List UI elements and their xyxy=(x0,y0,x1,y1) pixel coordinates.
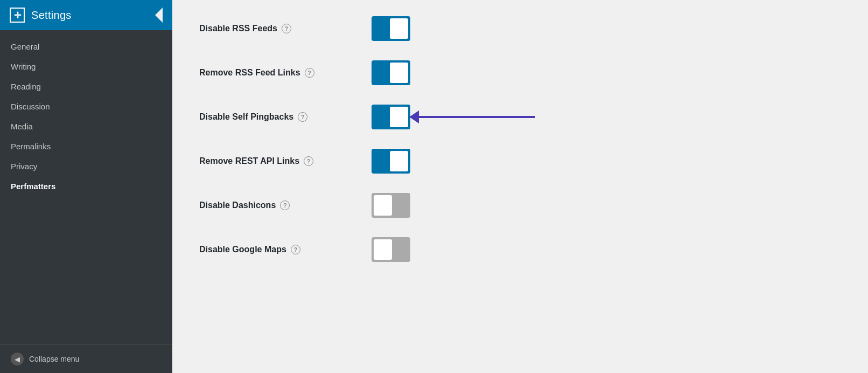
sidebar-item-writing[interactable]: Writing xyxy=(0,57,172,77)
label-text-disable-google-maps: Disable Google Maps xyxy=(199,245,286,254)
settings-icon: ✛ xyxy=(10,8,25,23)
sidebar-item-permalinks[interactable]: Permalinks xyxy=(0,136,172,156)
collapse-menu-button[interactable]: ◀ Collapse menu xyxy=(0,344,172,373)
sidebar-item-media[interactable]: Media xyxy=(0,116,172,136)
toggle-remove-rss-feed-links[interactable] xyxy=(372,60,410,85)
help-icon-disable-google-maps[interactable]: ? xyxy=(291,245,300,254)
main-content: Disable RSS Feeds?Remove RSS Feed Links?… xyxy=(172,0,868,373)
sidebar-item-discussion[interactable]: Discussion xyxy=(0,96,172,116)
help-icon-remove-rest-api-links[interactable]: ? xyxy=(304,156,313,166)
arrow-annotation xyxy=(409,110,535,123)
toggle-disable-google-maps[interactable] xyxy=(372,237,410,262)
settings-label-disable-google-maps: Disable Google Maps? xyxy=(199,245,372,254)
toggle-disable-self-pingbacks[interactable] xyxy=(372,105,410,129)
sidebar-item-perfmatters[interactable]: Perfmatters xyxy=(0,176,172,196)
collapse-icon: ◀ xyxy=(11,353,24,365)
label-text-remove-rest-api-links: Remove REST API Links xyxy=(199,156,299,166)
settings-label-disable-dashicons: Disable Dashicons? xyxy=(199,201,372,210)
toggle-disable-dashicons[interactable] xyxy=(372,193,410,218)
sidebar-item-reading[interactable]: Reading xyxy=(0,77,172,96)
toggle-thumb-remove-rest-api-links xyxy=(390,151,408,171)
settings-label-remove-rss-feed-links: Remove RSS Feed Links? xyxy=(199,68,372,78)
sidebar-nav: GeneralWritingReadingDiscussionMediaPerm… xyxy=(0,30,172,344)
label-text-disable-rss-feeds: Disable RSS Feeds xyxy=(199,24,277,33)
toggle-thumb-disable-dashicons xyxy=(374,195,392,216)
help-icon-remove-rss-feed-links[interactable]: ? xyxy=(305,68,314,78)
settings-label-disable-self-pingbacks: Disable Self Pingbacks? xyxy=(199,112,372,122)
settings-row-disable-self-pingbacks: Disable Self Pingbacks? xyxy=(199,105,841,129)
help-icon-disable-dashicons[interactable]: ? xyxy=(280,201,290,210)
label-text-disable-dashicons: Disable Dashicons xyxy=(199,201,276,210)
settings-row-disable-rss-feeds: Disable RSS Feeds? xyxy=(199,16,841,41)
settings-row-remove-rest-api-links: Remove REST API Links? xyxy=(199,149,841,174)
toggle-thumb-disable-google-maps xyxy=(374,239,392,260)
arrow-line xyxy=(417,116,535,118)
settings-row-disable-google-maps: Disable Google Maps? xyxy=(199,237,841,262)
sidebar-item-privacy[interactable]: Privacy xyxy=(0,156,172,176)
settings-row-disable-dashicons: Disable Dashicons? xyxy=(199,193,841,218)
label-text-disable-self-pingbacks: Disable Self Pingbacks xyxy=(199,112,293,122)
collapse-label: Collapse menu xyxy=(29,355,79,363)
sidebar: ✛ Settings GeneralWritingReadingDiscussi… xyxy=(0,0,172,373)
toggle-thumb-disable-rss-feeds xyxy=(390,18,408,39)
help-icon-disable-self-pingbacks[interactable]: ? xyxy=(298,112,307,122)
sidebar-title: Settings xyxy=(31,9,72,22)
sidebar-arrow-indicator xyxy=(155,8,163,23)
toggle-thumb-remove-rss-feed-links xyxy=(390,63,408,83)
settings-row-remove-rss-feed-links: Remove RSS Feed Links? xyxy=(199,60,841,85)
settings-label-disable-rss-feeds: Disable RSS Feeds? xyxy=(199,24,372,33)
settings-label-remove-rest-api-links: Remove REST API Links? xyxy=(199,156,372,166)
toggle-disable-rss-feeds[interactable] xyxy=(372,16,410,41)
toggle-thumb-disable-self-pingbacks xyxy=(390,107,408,127)
sidebar-header: ✛ Settings xyxy=(0,0,172,30)
help-icon-disable-rss-feeds[interactable]: ? xyxy=(282,24,291,33)
sidebar-item-general[interactable]: General xyxy=(0,37,172,57)
toggle-remove-rest-api-links[interactable] xyxy=(372,149,410,174)
label-text-remove-rss-feed-links: Remove RSS Feed Links xyxy=(199,68,300,78)
